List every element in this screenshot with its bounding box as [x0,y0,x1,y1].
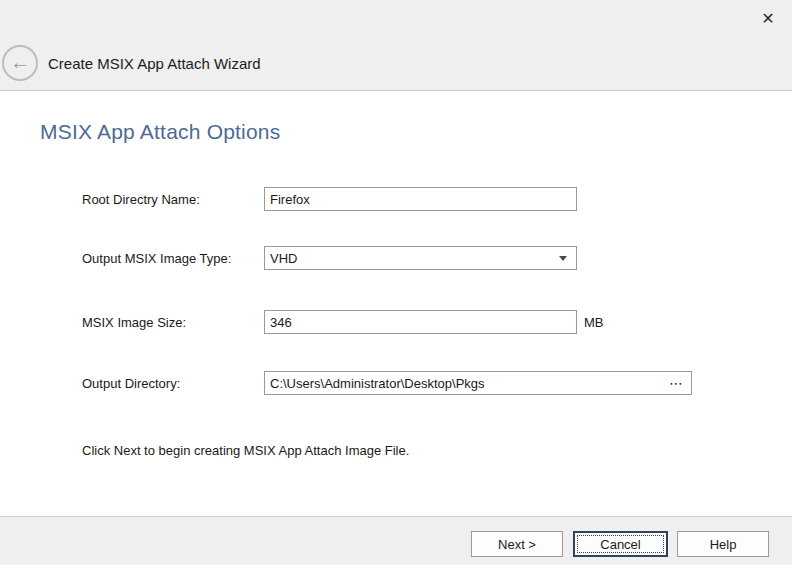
root-directory-input[interactable] [264,187,577,211]
back-button[interactable]: ← [2,45,38,81]
help-button[interactable]: Help [677,531,769,557]
back-arrow-icon: ← [10,52,30,72]
output-directory-label: Output Directory: [82,376,180,392]
image-size-input[interactable] [264,310,577,334]
ellipsis-icon: ⋯ [669,375,683,391]
image-size-label: MSIX Image Size: [82,315,186,331]
wizard-window: ← Create MSIX App Attach Wizard ✕ MSIX A… [0,0,792,565]
cancel-button[interactable]: Cancel [573,531,668,557]
image-size-unit: MB [584,315,604,330]
close-button[interactable]: ✕ [756,6,780,30]
browse-button[interactable]: ⋯ [664,372,688,394]
page-title: MSIX App Attach Options [40,120,280,144]
footer-bar: Next > Cancel Help [0,516,792,565]
next-button[interactable]: Next > [471,531,563,557]
instruction-text: Click Next to begin creating MSIX App At… [82,443,409,458]
image-type-value: VHD [270,251,559,266]
root-directory-label: Root Directry Name: [82,192,200,208]
image-type-label: Output MSIX Image Type: [82,251,231,267]
close-icon: ✕ [761,9,774,28]
image-type-dropdown[interactable]: VHD [264,246,577,270]
wizard-header: ← Create MSIX App Attach Wizard [0,0,792,91]
chevron-down-icon [559,256,567,261]
output-directory-input[interactable] [264,371,692,395]
wizard-title: Create MSIX App Attach Wizard [48,55,261,72]
